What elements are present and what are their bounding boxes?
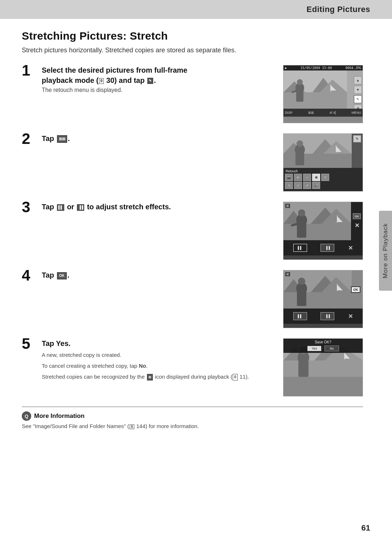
step-4-number: 4 [22, 268, 42, 283]
main-content: Stretching Pictures: Stretch Stretch pic… [0, 19, 392, 440]
mode-icon: ⊞⊞ [308, 111, 314, 114]
step-1: 1 Select the desired pictures from full-… [22, 65, 363, 123]
scroll-up-icon[interactable]: ▲ [354, 76, 362, 84]
photo-area: ▲ ▼ ✎ 🗑 [283, 70, 363, 109]
svg-rect-22 [295, 153, 304, 165]
ri-1: 📷 [285, 174, 293, 181]
retouch-menu-overlay: Retouch 📷 ✏ ↔ ⊞ T ⤡ ✓ ⤢ 🎤 [283, 168, 363, 191]
expand-icon: ▐▐ [77, 204, 84, 211]
step-1-desc: The retouch menu is displayed. [42, 87, 276, 93]
ri-2: ✏ [294, 174, 302, 181]
compress-btn[interactable]: ▌▌ [293, 244, 307, 252]
stretch-photo-area: ⊞ OK ✕ [283, 202, 363, 240]
edit-icon[interactable]: ✎ [354, 95, 362, 103]
step4-controls-bar: ▌▌ ▐▐ ✕ [283, 309, 363, 324]
book-ref-icon-2: 0 [233, 374, 238, 380]
menu-label: MENU [351, 111, 361, 114]
save-dialog-buttons: Yes No [285, 346, 361, 351]
ok-icon-inline: OK [57, 272, 67, 279]
page-title: Stretching Pictures: Stretch [22, 30, 363, 42]
svg-rect-56 [298, 361, 309, 377]
ri-5: T [321, 174, 329, 181]
step-2-content: Tap ⊞⊞. [42, 133, 283, 145]
yes-bold: Yes [56, 339, 68, 347]
close-button[interactable]: ✕ [355, 222, 359, 229]
top-bar: Editing Pictures [0, 0, 392, 19]
step4-expand-btn[interactable]: ▐▐ [320, 312, 334, 320]
step-4-title: Tap OK. [42, 270, 276, 280]
ri-4-stretch: ⊞ [312, 174, 320, 181]
ri-3: ↔ [303, 174, 311, 181]
retouch-menu-label: Retouch [285, 169, 361, 173]
step-4-image: ⊞ OK ▌▌ ▐▐ ✕ [283, 270, 363, 328]
delete-icon[interactable]: 🗑 [354, 105, 362, 109]
close-x-btn[interactable]: ✕ [348, 245, 353, 251]
stretch-recognition-icon: ⊞ [147, 374, 153, 380]
page-number: 61 [362, 523, 370, 533]
status-filename: 0004.JPG [346, 66, 361, 70]
step-5-extras: A new, stretched copy is created. To can… [42, 351, 276, 381]
svg-rect-28 [283, 224, 352, 240]
step-3: 3 Tap ▌▌ or ▐▐ to adjust stretch effects… [22, 202, 363, 260]
step-1-number: 1 [22, 63, 42, 78]
step4-compress-btn[interactable]: ▌▌ [293, 312, 307, 320]
more-info-section: Q More Information See "Image/Sound File… [22, 407, 363, 429]
svg-rect-51 [283, 360, 363, 377]
ok-highlighted[interactable]: OK [351, 286, 360, 293]
svg-rect-5 [283, 92, 347, 109]
page-subtitle: Stretch pictures horizontally. Stretched… [22, 47, 363, 54]
step4-svg [283, 270, 352, 309]
step4-indicators: ▌▌ ▐▐ ✕ [286, 312, 360, 320]
no-bold: No [139, 363, 146, 369]
step-4: 4 Tap OK. [22, 270, 363, 328]
save-dialog: Save OK? Yes No [283, 339, 363, 353]
retouch-bg-svg [283, 134, 352, 168]
step-1-title: Select the desired pictures from full-fr… [42, 65, 276, 85]
retouch-photo: ✎ [283, 134, 363, 168]
step-3-title: Tap ▌▌ or ▐▐ to adjust stretch effects. [42, 202, 276, 212]
svg-rect-40 [283, 292, 352, 309]
step-3-content: Tap ▌▌ or ▐▐ to adjust stretch effects. [42, 202, 283, 213]
more-info-title: Q More Information [22, 411, 363, 421]
retouch-row-1: 📷 ✏ ↔ ⊞ T [285, 174, 361, 181]
step4-stretch-icon: ⊞ [285, 272, 290, 277]
step-2-title: Tap ⊞⊞. [42, 133, 276, 144]
ri-9: 🎤 [312, 182, 320, 189]
retouch-row-2: ⤡ ✓ ⤢ 🎤 [285, 182, 361, 189]
scroll-down-icon[interactable]: ▼ [354, 86, 362, 94]
retouch-icon-inline: ✎ [147, 78, 153, 84]
svg-rect-17 [283, 154, 352, 168]
step-2: 2 Tap ⊞⊞. [22, 133, 363, 192]
stretch-svg [283, 202, 352, 240]
ri-8: ⤢ [303, 182, 311, 189]
svg-point-44 [298, 278, 305, 285]
step5-desc2: To cancel creating a stretched copy, tap… [42, 362, 276, 370]
step-5-content: Tap Yes. A new, stretched copy is create… [42, 338, 283, 381]
no-button[interactable]: No [324, 346, 339, 351]
ok-button-overlay[interactable]: OK [353, 213, 361, 219]
step-5: 5 Tap Yes. A new, stretched copy is crea… [22, 338, 363, 396]
counter-text: 4/ 4] [330, 111, 336, 114]
svg-point-9 [297, 79, 303, 85]
status-playback-icon: ▶ [285, 66, 287, 70]
disp-label: DISP [285, 111, 293, 114]
yes-button[interactable]: Yes [307, 346, 322, 351]
status-date: 15/05/2009 15:00 [301, 66, 332, 70]
info-icon: Q [22, 411, 31, 421]
bottom-bar: DISP ⊞⊞ 4/ 4] MENU [283, 109, 363, 117]
expand-btn[interactable]: ▐▐ [320, 244, 334, 252]
step-5-image: Save OK? Yes No [283, 338, 363, 396]
book-ref-icon-3: 0 [130, 424, 135, 429]
step-4-content: Tap OK. [42, 270, 283, 282]
step-1-image: ▶ 15/05/2009 15:00 0004.JPG [283, 65, 363, 123]
cam-edit-overlay: ✎ [353, 135, 361, 142]
more-info-label: More Information [34, 412, 85, 420]
ri-6: ⤡ [285, 182, 293, 189]
svg-rect-10 [296, 91, 303, 102]
svg-point-21 [297, 140, 303, 147]
step5-desc1: A new, stretched copy is created. [42, 351, 276, 359]
step4-close[interactable]: ✕ [348, 313, 353, 320]
more-info-text: See "Image/Sound File and Folder Names" … [22, 423, 363, 429]
step-3-number: 3 [22, 200, 42, 215]
step-5-title: Tap Yes. [42, 338, 276, 348]
